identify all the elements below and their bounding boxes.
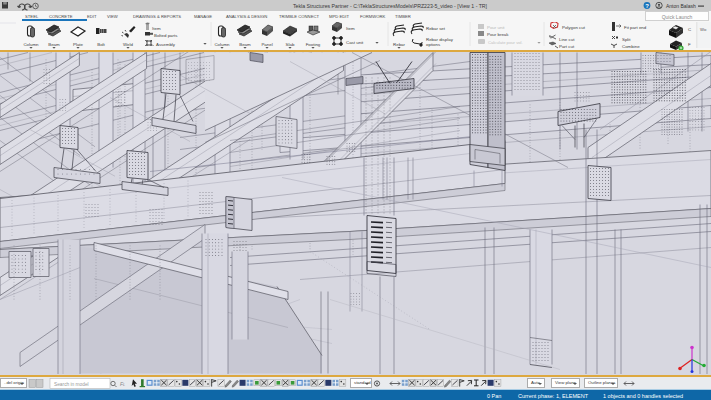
- svg-text:Column: Column: [214, 42, 230, 47]
- svg-text:Line cut: Line cut: [559, 37, 575, 42]
- svg-text:Item: Item: [152, 26, 161, 31]
- svg-text:Item: Item: [346, 26, 355, 31]
- svg-text:Bolt: Bolt: [97, 42, 105, 47]
- svg-text:Beam: Beam: [239, 42, 251, 47]
- svg-text:C: C: [688, 27, 691, 32]
- svg-text:Assembly: Assembly: [156, 42, 176, 47]
- svg-text:Footing: Footing: [306, 42, 321, 47]
- svg-text:Beam: Beam: [48, 42, 60, 47]
- svg-text:Weld: Weld: [123, 42, 133, 47]
- svg-text:Wo: Wo: [700, 27, 707, 32]
- svg-text:Pour break: Pour break: [487, 32, 509, 37]
- svg-text:Pour unit: Pour unit: [487, 25, 505, 30]
- svg-text:Split: Split: [622, 37, 631, 42]
- svg-text:Bolted parts: Bolted parts: [154, 33, 178, 38]
- svg-text:Part cut: Part cut: [559, 44, 575, 49]
- svg-text:Polygon cut: Polygon cut: [562, 25, 586, 30]
- svg-text:Cast unit: Cast unit: [346, 40, 364, 45]
- svg-text:Anton Balash: Anton Balash: [666, 3, 696, 9]
- svg-text:Combine: Combine: [622, 44, 640, 49]
- svg-text:Panel: Panel: [261, 42, 272, 47]
- svg-text:?: ?: [645, 3, 649, 9]
- svg-text:Slab: Slab: [286, 42, 295, 47]
- svg-text:FL: FL: [120, 381, 125, 387]
- svg-text:Fit part end: Fit part end: [624, 25, 647, 30]
- svg-text:Rebar set: Rebar set: [426, 26, 446, 31]
- svg-text:Tekla Structures Partner - C: Tekla Structures Partner - C:\TeklaStruc…: [293, 3, 488, 9]
- svg-text:?: ?: [2, 22, 7, 24]
- svg-text:Search in model: Search in model: [54, 381, 89, 386]
- svg-text:F: F: [688, 42, 691, 47]
- svg-text:Calculate pour vol.: Calculate pour vol.: [488, 40, 523, 45]
- svg-text:Rebar: Rebar: [393, 42, 405, 47]
- svg-text:options: options: [426, 42, 441, 47]
- svg-text:Column: Column: [23, 42, 39, 47]
- svg-text:Plate: Plate: [73, 42, 84, 47]
